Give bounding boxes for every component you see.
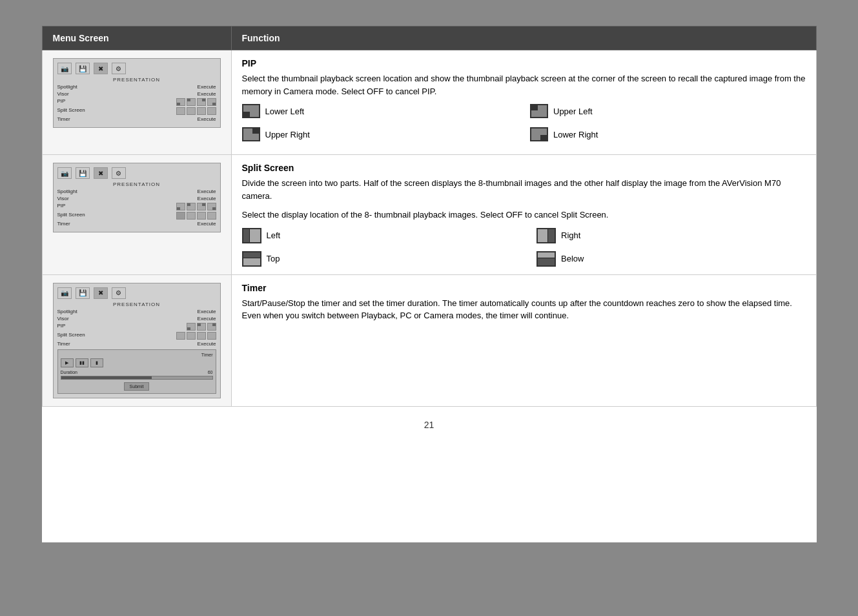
timer-stop-btn[interactable]: ▮ [90,358,103,367]
pip-function-cell: PIP Select the thumbnail playback screen… [231,50,816,155]
split-icon-1 [176,107,185,115]
timer-submit-btn[interactable]: Submit [124,382,150,391]
mini-visor-value-t: Execute [198,316,216,322]
mini-pip-icons [176,98,216,106]
mini-spotlight-value-t: Execute [198,309,216,314]
mini-row-visor-pip: Visor Execute [57,91,216,97]
t-pip-3 [207,323,216,331]
timer-duration-value: 60 [208,370,213,375]
ts-icon-3 [197,332,206,340]
pip-option-lower-right: Lower Right [530,127,806,141]
timer-menu-cell: 📷 💾 ✖ ⚙ PRESENTATION Spotlight Execute V… [42,274,231,406]
s-pip-icon-4 [207,203,216,210]
mini-row-visor-split: Visor Execute [57,196,216,201]
mini-spotlight-label-s: Spotlight [57,189,77,194]
s-pip-icon-3 [197,203,206,210]
mini-pip-label-s: PIP [57,203,66,210]
mini-icon-s4: ⚙ [112,167,126,179]
pip-label-lower-left: Lower Left [265,107,305,116]
pip-mini-screen: 📷 💾 ✖ ⚙ PRESENTATION Spotlight Execute V… [53,58,221,128]
pip-desc: Select the thumbnail playback screen loc… [242,72,806,98]
timer-mini-screen: 📷 💾 ✖ ⚙ PRESENTATION Spotlight Execute V… [53,283,221,398]
split-left-highlight [243,229,250,242]
mini-split-icons-s [176,212,216,220]
split-menu-cell: 📷 💾 ✖ ⚙ PRESENTATION Spotlight Execute V… [42,155,231,275]
mini-icon-t1: 📷 [57,287,72,299]
mini-timer-label-t: Timer [57,341,70,347]
split-function-cell: Split Screen Divide the screen into two … [231,155,816,275]
mini-row-timer-timer: Timer Execute [57,341,216,347]
timer-row: 📷 💾 ✖ ⚙ PRESENTATION Spotlight Execute V… [42,274,816,406]
pip-icon-upper-left [530,104,548,118]
timer-progress-fill [61,376,152,379]
timer-subpanel-label: Timer [61,353,213,357]
ss-icon-selected [176,212,185,220]
mini-split-icons-pip [176,107,216,115]
mini-icon-t3: ✖ [94,287,108,299]
ts-icon-1 [176,332,185,340]
split-mini-screen: 📷 💾 ✖ ⚙ PRESENTATION Spotlight Execute V… [53,163,221,232]
pip-option-upper-left: Upper Left [530,104,806,118]
mini-row-pip-split: PIP [57,203,216,210]
split-desc2: Select the display location of the 8- th… [242,209,806,221]
s-pip-icon-1 [176,203,185,210]
mini-row-timer-pip: Timer Execute [57,116,216,122]
split-bottom-bg [243,258,260,265]
timer-function-cell: Timer Start/Pause/Stop the timer and set… [231,274,816,406]
split-option-below: Below [536,251,806,267]
split-icon-top [242,251,261,267]
mini-icon-s3: ✖ [94,167,108,179]
pip-icon-4 [207,98,216,106]
col-header-function: Function [231,26,816,50]
split-top-highlight [243,252,260,258]
split-title: Split Screen [242,163,806,173]
timer-title: Timer [242,283,806,293]
timer-play-btn[interactable]: ▶ [61,358,74,367]
split-icon-4 [207,107,216,115]
mini-spotlight-label-t: Spotlight [57,309,77,314]
mini-visor-label: Visor [57,91,69,97]
mini-label-presentation-pip: PRESENTATION [57,77,216,83]
split-label-top: Top [267,254,280,263]
pip-options-grid: Lower Left Upper Left Uppe [242,104,806,147]
mini-icon-1: 📷 [57,63,72,74]
split-label-below: Below [561,254,584,263]
mini-visor-label-t: Visor [57,316,69,322]
pip-menu-cell: 📷 💾 ✖ ⚙ PRESENTATION Spotlight Execute V… [42,50,231,155]
mini-icon-4: ⚙ [112,63,126,74]
mini-icon-s2: 💾 [76,167,90,179]
split-icon-below [536,251,556,267]
pip-option-upper-right: Upper Right [242,127,518,141]
mini-timer-value-s: Execute [198,221,216,227]
mini-icon-t2: 💾 [76,287,90,299]
pip-icon-lower-left [242,104,260,118]
mini-row-spotlight-split: Spotlight Execute [57,189,216,194]
split-icon-right [536,228,556,243]
mini-pip-label: PIP [57,98,66,106]
t-pip-2 [197,323,206,331]
timer-subpanel: Timer ▶ ▮▮ ▮ Duration 60 [57,349,216,394]
mini-visor-value: Execute [198,91,216,97]
mini-pip-icons-t [187,323,216,331]
mini-row-pip-timer: PIP [57,323,216,331]
mini-row-spotlight-pip: Spotlight Execute [57,84,216,90]
timer-pause-btn[interactable]: ▮▮ [76,358,88,367]
mini-timer-label-pip: Timer [57,116,70,122]
mini-timer-label-s: Timer [57,221,70,227]
mini-pip-label-t: PIP [57,323,66,331]
mini-row-visor-timer: Visor Execute [57,316,216,322]
split-right-bg [250,229,260,242]
mini-toolbar-pip: 📷 💾 ✖ ⚙ [57,63,216,74]
split-label-right: Right [561,231,580,240]
main-table: Menu Screen Function 📷 💾 ✖ ⚙ PRESENTATIO… [42,26,817,407]
mini-visor-value-s: Execute [198,196,216,201]
t-pip-1 [187,323,196,331]
pip-icon-2 [187,98,196,106]
mini-visor-label-s: Visor [57,196,69,201]
timer-progress-bar [61,376,213,380]
ss-icon-4 [207,212,216,220]
mini-row-split-split: Split Screen [57,212,216,220]
timer-duration-label: Duration [61,370,77,375]
timer-controls: ▶ ▮▮ ▮ [61,358,213,367]
s-pip-icon-2 [187,203,196,210]
